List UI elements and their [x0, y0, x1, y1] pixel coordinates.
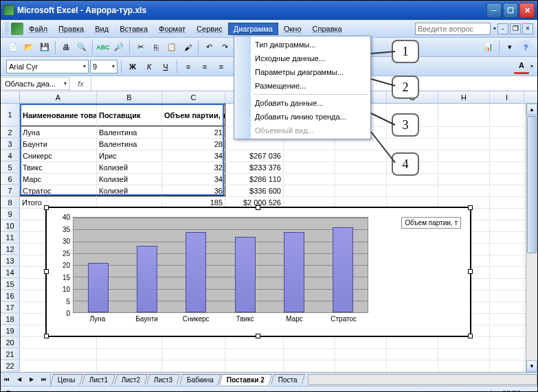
cell[interactable]	[335, 185, 387, 196]
name-box[interactable]: Область диа... ▾	[1, 77, 70, 90]
open-icon[interactable]: 📂	[21, 40, 36, 55]
menu-option[interactable]: Добавить данные...	[234, 96, 370, 110]
sheet-tab[interactable]: Лист2	[114, 374, 148, 385]
doc-restore-button[interactable]: ❐	[510, 23, 521, 34]
vertical-scrollbar[interactable]: ▲ ▼	[526, 104, 537, 372]
cell[interactable]	[335, 337, 387, 348]
col-header-C[interactable]: C	[162, 91, 225, 103]
cell[interactable]	[335, 360, 387, 371]
doc-minimize-button[interactable]: -	[497, 23, 508, 34]
new-icon[interactable]: 📄	[5, 40, 21, 55]
chart-bar[interactable]	[137, 246, 157, 312]
bold-icon[interactable]: Ж	[125, 59, 140, 74]
col-header-A[interactable]: A	[20, 91, 97, 103]
menu-option[interactable]: Параметры диаграммы...	[234, 65, 370, 79]
help-search[interactable]	[415, 23, 491, 35]
cell[interactable]	[97, 360, 162, 371]
cell[interactable]: Ирис	[97, 150, 162, 161]
toolbar-grip[interactable]	[5, 23, 9, 35]
cell[interactable]	[284, 162, 335, 173]
cell[interactable]	[490, 185, 524, 196]
cell[interactable]	[387, 349, 438, 360]
embedded-chart[interactable]: 0510152025303540 ЛунаБаунтиСникерсТвиксМ…	[45, 207, 471, 337]
close-button[interactable]: ✕	[519, 3, 535, 18]
cell[interactable]	[387, 185, 438, 196]
print-preview-icon[interactable]: 🔍	[74, 40, 89, 55]
cell[interactable]	[335, 139, 387, 150]
menu-item-вид[interactable]: Вид	[89, 23, 114, 35]
cell[interactable]	[162, 360, 225, 371]
row-header[interactable]: 5	[1, 162, 20, 173]
cell[interactable]	[490, 174, 524, 185]
row-header[interactable]: 12	[1, 244, 20, 255]
format-painter-icon[interactable]: 🖌	[180, 40, 195, 55]
cell[interactable]: Колизей	[97, 185, 162, 196]
row-header[interactable]: 18	[1, 314, 20, 325]
sheet-tab[interactable]: Лист1	[82, 374, 116, 385]
cell[interactable]: $233 376	[225, 162, 284, 173]
cell[interactable]: Луна	[20, 127, 97, 138]
cell[interactable]	[225, 139, 284, 150]
help-search-input[interactable]	[415, 23, 491, 35]
cell[interactable]	[490, 220, 524, 231]
cell[interactable]: 32	[162, 162, 225, 173]
cell[interactable]	[490, 290, 524, 301]
cell[interactable]	[490, 232, 524, 243]
cell[interactable]	[387, 360, 438, 371]
row-header[interactable]: 1	[1, 104, 20, 126]
paste-icon[interactable]: 📋	[164, 40, 179, 55]
cell[interactable]: Стратос	[20, 185, 97, 196]
col-header-H[interactable]: H	[438, 91, 490, 103]
cell[interactable]	[490, 150, 524, 161]
cell[interactable]	[438, 185, 490, 196]
tab-prev-icon[interactable]: ◀	[13, 373, 25, 386]
cell[interactable]	[490, 139, 524, 150]
font-color-icon[interactable]: A	[514, 59, 529, 74]
menu-item-вставка[interactable]: Вставка	[114, 23, 153, 35]
cell[interactable]: Сникерс	[20, 150, 97, 161]
tab-last-icon[interactable]: ⏭	[38, 373, 50, 386]
row-header[interactable]: 3	[1, 139, 20, 150]
fx-icon[interactable]: fx	[71, 76, 91, 91]
chart-legend[interactable]: Объем партии, т	[401, 217, 461, 229]
row-header[interactable]: 8	[1, 197, 20, 208]
cell[interactable]	[490, 244, 524, 255]
align-center-icon[interactable]: ≡	[197, 59, 212, 74]
row-header[interactable]: 2	[1, 127, 20, 138]
cell[interactable]	[490, 279, 524, 290]
row-header[interactable]: 19	[1, 325, 20, 336]
cell[interactable]	[438, 337, 490, 348]
cell[interactable]	[490, 127, 524, 138]
row-header[interactable]: 7	[1, 185, 20, 196]
cell[interactable]	[20, 337, 97, 348]
row-header[interactable]: 17	[1, 302, 20, 313]
cell[interactable]: Валентина	[97, 139, 162, 150]
cell[interactable]	[335, 349, 387, 360]
sheet-tab[interactable]: Цены	[50, 374, 83, 385]
menu-item-диаграмма[interactable]: Диаграмма	[228, 23, 278, 35]
chart-plot-area[interactable]	[73, 217, 368, 313]
cell[interactable]	[490, 349, 524, 360]
font-name-combo[interactable]: Arial Cyr ▾	[6, 60, 89, 73]
tab-first-icon[interactable]: ⏮	[1, 373, 13, 386]
cell[interactable]	[97, 337, 162, 348]
font-size-combo[interactable]: 9 ▾	[90, 60, 117, 73]
cell[interactable]: Объем партии, т	[162, 104, 225, 126]
horizontal-scrollbar[interactable]	[308, 374, 537, 385]
align-right-icon[interactable]: ≡	[214, 59, 229, 74]
cell[interactable]	[438, 174, 490, 185]
maximize-button[interactable]: ☐	[503, 3, 518, 18]
cell[interactable]	[490, 302, 524, 313]
cell[interactable]	[438, 150, 490, 161]
row-header[interactable]: 13	[1, 255, 20, 266]
copy-icon[interactable]: ⎘	[148, 40, 164, 55]
row-header[interactable]: 4	[1, 150, 20, 161]
cell[interactable]: 28	[162, 139, 225, 150]
menu-option[interactable]: Добавить линию тренда...	[234, 110, 370, 124]
align-left-icon[interactable]: ≡	[181, 59, 196, 74]
cell[interactable]	[490, 267, 524, 278]
cell[interactable]	[335, 162, 387, 173]
menu-item-формат[interactable]: Формат	[153, 23, 191, 35]
cell[interactable]	[20, 349, 97, 360]
menu-item-сервис[interactable]: Сервис	[191, 23, 228, 35]
